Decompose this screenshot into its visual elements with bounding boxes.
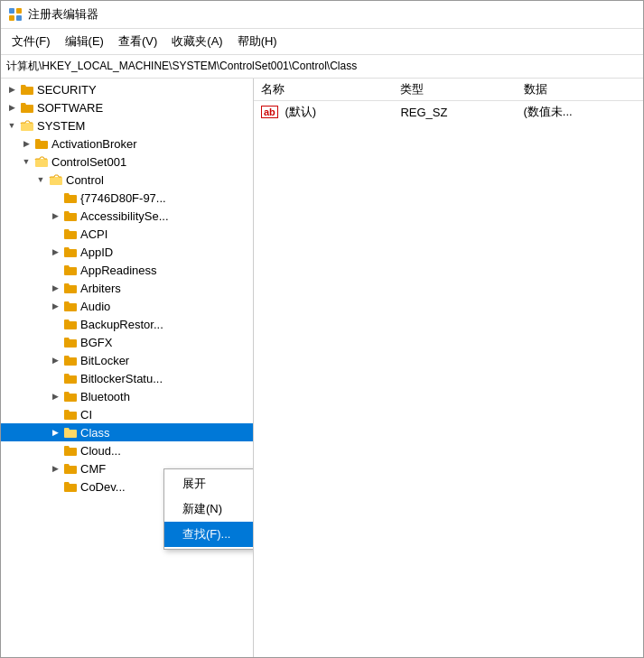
tree-node-bgfx[interactable]: BGFX <box>1 333 253 351</box>
tree-node-audio[interactable]: Audio <box>1 297 253 315</box>
tree-node-class[interactable]: Class <box>1 423 253 441</box>
folder-icon-system <box>19 118 35 133</box>
node-label-audio: Audio <box>80 300 110 313</box>
content-area: SECURITY SOFTWARE SYSTEM <box>1 79 643 657</box>
folder-icon-ci <box>62 407 79 422</box>
row-name-cell: ab (默认) <box>254 101 393 124</box>
tree-pane[interactable]: SECURITY SOFTWARE SYSTEM <box>1 79 254 657</box>
expand-arrow-software <box>5 100 19 115</box>
tree-node-acpi[interactable]: ACPI <box>1 225 253 243</box>
node-label-bgfx: BGFX <box>80 336 112 349</box>
folder-icon-class <box>62 425 79 440</box>
title-bar: 注册表编辑器 <box>1 1 643 29</box>
node-label-codev: CoDev... <box>80 480 126 494</box>
node-label-arbiters: Arbiters <box>80 282 121 295</box>
detail-table: 名称 类型 数据 ab (默认) REG_SZ (数值未... <box>254 79 643 123</box>
node-label-cloud: Cloud... <box>80 444 121 458</box>
node-label-control: Control <box>66 173 104 187</box>
menu-view[interactable]: 查看(V) <box>111 31 164 52</box>
node-label-cmf: CMF <box>80 462 106 476</box>
node-label-security: SECURITY <box>37 83 97 97</box>
expand-arrow-cloud <box>48 443 62 458</box>
context-menu-expand-label: 展开 <box>182 476 206 492</box>
node-label-bitlockerstatus: BitlockerStatu... <box>80 372 163 385</box>
tree-node-backuprestore[interactable]: BackupRestor... <box>1 315 253 333</box>
context-menu-expand[interactable]: 展开 <box>164 471 254 496</box>
row-data-cell: (数值未... <box>517 101 643 124</box>
menu-file[interactable]: 文件(F) <box>5 31 58 52</box>
node-label-activationbroker: ActivationBroker <box>51 137 137 151</box>
tree-node-bitlockerstatus[interactable]: BitlockerStatu... <box>1 369 253 387</box>
folder-icon-arbiters <box>62 281 79 295</box>
tree-node-software[interactable]: SOFTWARE <box>1 98 253 116</box>
tree-node-cloud[interactable]: Cloud... <box>1 441 253 459</box>
expand-arrow-control <box>33 172 48 187</box>
table-row[interactable]: ab (默认) REG_SZ (数值未... <box>254 101 643 124</box>
node-label-system: SYSTEM <box>37 119 85 133</box>
svg-rect-2 <box>9 15 14 21</box>
folder-icon-audio <box>62 299 79 313</box>
context-menu-find[interactable]: 查找(F)... <box>164 522 254 547</box>
tree-node-bluetooth[interactable]: Bluetooth <box>1 387 253 405</box>
tree-node-control[interactable]: Control <box>1 171 253 189</box>
folder-icon-accessibilitySe <box>62 209 79 223</box>
folder-icon-software <box>19 100 35 115</box>
tree-node-controlset001[interactable]: ControlSet001 <box>1 153 253 171</box>
tree-node-system[interactable]: SYSTEM <box>1 116 253 134</box>
expand-arrow-cmf <box>48 461 62 476</box>
col-header-type: 类型 <box>393 79 516 101</box>
expand-arrow-system <box>5 118 19 133</box>
tree-node-accessibilitySe[interactable]: AccessibilitySe... <box>1 207 253 225</box>
tree-node-guid7746[interactable]: {7746D80F-97... <box>1 189 253 207</box>
node-label-appreadiness: AppReadiness <box>80 264 157 277</box>
address-bar: 计算机\HKEY_LOCAL_MACHINE\SYSTEM\ControlSet… <box>1 55 643 79</box>
folder-icon-codev <box>62 479 79 494</box>
menu-edit[interactable]: 编辑(E) <box>58 31 111 52</box>
tree-node-appreadiness[interactable]: AppReadiness <box>1 261 253 279</box>
app-icon <box>8 7 23 22</box>
address-text: 计算机\HKEY_LOCAL_MACHINE\SYSTEM\ControlSet… <box>6 60 357 72</box>
expand-arrow-class <box>48 425 62 440</box>
col-header-name: 名称 <box>254 79 393 101</box>
node-label-bluetooth: Bluetooth <box>80 390 130 403</box>
node-label-accessibilitySe: AccessibilitySe... <box>80 209 169 223</box>
registry-editor-window: 注册表编辑器 文件(F) 编辑(E) 查看(V) 收藏夹(A) 帮助(H) 计算… <box>0 0 644 658</box>
node-label-backuprestore: BackupRestor... <box>80 318 163 331</box>
context-menu-find-label: 查找(F)... <box>182 526 230 542</box>
menu-bar: 文件(F) 编辑(E) 查看(V) 收藏夹(A) 帮助(H) <box>1 29 643 55</box>
detail-pane: 名称 类型 数据 ab (默认) REG_SZ (数值未... <box>254 79 643 657</box>
folder-icon-guid7746 <box>62 190 79 205</box>
menu-favorites[interactable]: 收藏夹(A) <box>164 31 229 52</box>
node-label-guid7746: {7746D80F-97... <box>80 191 166 205</box>
svg-rect-1 <box>16 8 22 14</box>
node-label-class: Class <box>80 426 110 440</box>
tree-node-appid[interactable]: AppID <box>1 243 253 261</box>
folder-icon-backuprestore <box>62 317 79 331</box>
node-label-acpi: ACPI <box>80 227 107 241</box>
svg-rect-0 <box>9 8 14 14</box>
node-label-appid: AppID <box>80 246 113 259</box>
expand-arrow-security <box>5 82 19 97</box>
node-label-software: SOFTWARE <box>37 101 103 115</box>
menu-help[interactable]: 帮助(H) <box>230 31 285 52</box>
folder-icon-appreadiness <box>62 263 79 277</box>
folder-icon-appid <box>62 245 79 259</box>
folder-icon-bitlockerstatus <box>62 371 79 385</box>
expand-arrow-arbiters <box>48 281 62 295</box>
tree-node-activationbroker[interactable]: ActivationBroker <box>1 134 253 153</box>
expand-arrow-guid7746 <box>48 190 62 205</box>
tree-node-security[interactable]: SECURITY <box>1 80 253 98</box>
svg-rect-3 <box>16 15 22 21</box>
folder-icon-controlset001 <box>33 154 50 169</box>
window-title: 注册表编辑器 <box>28 6 98 23</box>
tree-node-bitlocker[interactable]: BitLocker <box>1 351 253 369</box>
expand-arrow-ci <box>48 407 62 422</box>
expand-arrow-bitlockerstatus <box>48 371 62 385</box>
node-label-controlset001: ControlSet001 <box>51 155 126 169</box>
tree-node-ci[interactable]: CI <box>1 405 253 423</box>
tree-node-arbiters[interactable]: Arbiters <box>1 279 253 297</box>
folder-icon-activationbroker <box>33 136 50 151</box>
context-menu-new[interactable]: 新建(N) ▶ <box>164 496 254 522</box>
expand-arrow-appid <box>48 245 62 259</box>
expand-arrow-controlset001 <box>19 154 33 169</box>
